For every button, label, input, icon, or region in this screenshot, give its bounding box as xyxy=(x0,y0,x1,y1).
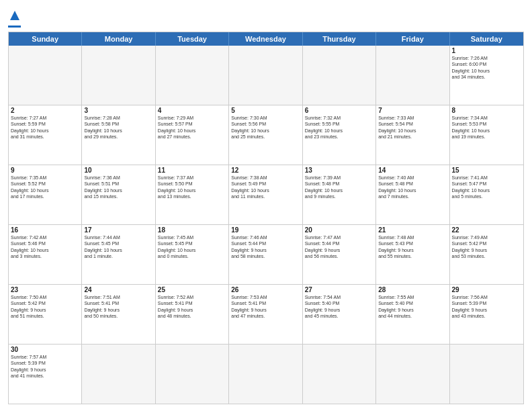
day-number: 27 xyxy=(305,286,373,293)
day-cell-28: 28Sunrise: 7:55 AM Sunset: 5:40 PM Dayli… xyxy=(376,285,449,344)
header-cell-wednesday: Wednesday xyxy=(229,32,302,46)
day-cell-1: 1Sunrise: 7:26 AM Sunset: 6:00 PM Daylig… xyxy=(450,46,523,105)
day-info: Sunrise: 7:32 AM Sunset: 5:55 PM Dayligh… xyxy=(305,115,373,140)
day-info: Sunrise: 7:37 AM Sunset: 5:50 PM Dayligh… xyxy=(158,175,226,200)
day-number: 9 xyxy=(11,167,79,174)
day-info: Sunrise: 7:57 AM Sunset: 5:39 PM Dayligh… xyxy=(11,354,79,379)
day-cell-2: 2Sunrise: 7:27 AM Sunset: 5:59 PM Daylig… xyxy=(9,105,82,165)
day-number: 13 xyxy=(305,167,373,174)
day-cell-17: 17Sunrise: 7:44 AM Sunset: 5:45 PM Dayli… xyxy=(82,225,155,284)
day-number: 17 xyxy=(84,226,152,234)
day-info: Sunrise: 7:29 AM Sunset: 5:57 PM Dayligh… xyxy=(158,115,226,140)
day-cell-25: 25Sunrise: 7:52 AM Sunset: 5:41 PM Dayli… xyxy=(156,285,229,344)
empty-cell xyxy=(376,46,449,105)
day-info: Sunrise: 7:26 AM Sunset: 6:00 PM Dayligh… xyxy=(452,55,521,81)
day-info: Sunrise: 7:34 AM Sunset: 5:53 PM Dayligh… xyxy=(452,115,521,140)
day-number: 20 xyxy=(305,226,373,234)
day-info: Sunrise: 7:53 AM Sunset: 5:41 PM Dayligh… xyxy=(231,294,300,320)
day-info: Sunrise: 7:44 AM Sunset: 5:45 PM Dayligh… xyxy=(84,234,152,260)
day-cell-29: 29Sunrise: 7:56 AM Sunset: 5:39 PM Dayli… xyxy=(450,285,523,344)
day-cell-23: 23Sunrise: 7:50 AM Sunset: 5:42 PM Dayli… xyxy=(9,285,82,344)
day-number: 16 xyxy=(11,226,79,234)
day-info: Sunrise: 7:30 AM Sunset: 5:56 PM Dayligh… xyxy=(231,115,300,140)
day-number: 18 xyxy=(158,226,226,234)
calendar-row-1: 2Sunrise: 7:27 AM Sunset: 5:59 PM Daylig… xyxy=(9,105,523,165)
day-number: 7 xyxy=(378,107,447,114)
empty-cell xyxy=(9,46,82,105)
calendar-row-4: 23Sunrise: 7:50 AM Sunset: 5:42 PM Dayli… xyxy=(9,284,523,344)
empty-cell xyxy=(82,345,155,404)
day-cell-3: 3Sunrise: 7:28 AM Sunset: 5:58 PM Daylig… xyxy=(82,105,155,165)
empty-cell xyxy=(229,345,302,404)
day-info: Sunrise: 7:27 AM Sunset: 5:59 PM Dayligh… xyxy=(11,115,79,140)
header-cell-thursday: Thursday xyxy=(303,32,376,46)
calendar-row-0: 1Sunrise: 7:26 AM Sunset: 6:00 PM Daylig… xyxy=(9,46,523,105)
day-cell-21: 21Sunrise: 7:48 AM Sunset: 5:43 PM Dayli… xyxy=(376,225,449,284)
day-number: 23 xyxy=(11,286,79,293)
day-cell-4: 4Sunrise: 7:29 AM Sunset: 5:57 PM Daylig… xyxy=(156,105,229,165)
day-number: 30 xyxy=(11,346,79,353)
day-info: Sunrise: 7:55 AM Sunset: 5:40 PM Dayligh… xyxy=(378,294,447,320)
day-number: 8 xyxy=(452,107,521,114)
day-number: 2 xyxy=(11,107,79,114)
day-number: 28 xyxy=(378,286,447,293)
day-info: Sunrise: 7:56 AM Sunset: 5:39 PM Dayligh… xyxy=(452,294,521,320)
header-cell-monday: Monday xyxy=(82,32,155,46)
day-number: 14 xyxy=(378,167,447,174)
day-cell-16: 16Sunrise: 7:42 AM Sunset: 5:46 PM Dayli… xyxy=(9,225,82,284)
day-info: Sunrise: 7:54 AM Sunset: 5:40 PM Dayligh… xyxy=(305,294,373,320)
day-info: Sunrise: 7:35 AM Sunset: 5:52 PM Dayligh… xyxy=(11,175,79,200)
day-cell-13: 13Sunrise: 7:39 AM Sunset: 5:48 PM Dayli… xyxy=(303,165,376,224)
empty-cell xyxy=(376,345,449,404)
header xyxy=(8,7,524,28)
day-info: Sunrise: 7:50 AM Sunset: 5:42 PM Dayligh… xyxy=(11,294,79,320)
header-cell-sunday: Sunday xyxy=(9,32,82,46)
svg-marker-0 xyxy=(10,11,19,20)
calendar-header-row: SundayMondayTuesdayWednesdayThursdayFrid… xyxy=(9,32,523,46)
day-number: 25 xyxy=(158,286,226,293)
day-info: Sunrise: 7:49 AM Sunset: 5:42 PM Dayligh… xyxy=(452,234,521,260)
header-cell-saturday: Saturday xyxy=(450,32,523,46)
day-cell-14: 14Sunrise: 7:40 AM Sunset: 5:48 PM Dayli… xyxy=(376,165,449,224)
empty-cell xyxy=(229,46,302,105)
calendar-row-2: 9Sunrise: 7:35 AM Sunset: 5:52 PM Daylig… xyxy=(9,165,523,224)
day-info: Sunrise: 7:42 AM Sunset: 5:46 PM Dayligh… xyxy=(11,234,79,260)
day-cell-27: 27Sunrise: 7:54 AM Sunset: 5:40 PM Dayli… xyxy=(303,285,376,344)
day-cell-19: 19Sunrise: 7:46 AM Sunset: 5:44 PM Dayli… xyxy=(229,225,302,284)
calendar: SundayMondayTuesdayWednesdayThursdayFrid… xyxy=(8,32,524,404)
logo-triangle-icon xyxy=(10,9,19,24)
empty-cell xyxy=(303,345,376,404)
day-cell-9: 9Sunrise: 7:35 AM Sunset: 5:52 PM Daylig… xyxy=(9,165,82,224)
day-cell-18: 18Sunrise: 7:45 AM Sunset: 5:45 PM Dayli… xyxy=(156,225,229,284)
day-number: 4 xyxy=(158,107,226,114)
day-cell-12: 12Sunrise: 7:38 AM Sunset: 5:49 PM Dayli… xyxy=(229,165,302,224)
day-number: 3 xyxy=(84,107,152,114)
header-cell-tuesday: Tuesday xyxy=(156,32,229,46)
day-cell-6: 6Sunrise: 7:32 AM Sunset: 5:55 PM Daylig… xyxy=(303,105,376,165)
day-number: 24 xyxy=(84,286,152,293)
day-info: Sunrise: 7:40 AM Sunset: 5:48 PM Dayligh… xyxy=(378,175,447,200)
day-info: Sunrise: 7:46 AM Sunset: 5:44 PM Dayligh… xyxy=(231,234,300,260)
day-number: 21 xyxy=(378,226,447,234)
day-info: Sunrise: 7:33 AM Sunset: 5:54 PM Dayligh… xyxy=(378,115,447,140)
empty-cell xyxy=(450,345,523,404)
calendar-body: 1Sunrise: 7:26 AM Sunset: 6:00 PM Daylig… xyxy=(9,46,523,404)
day-info: Sunrise: 7:28 AM Sunset: 5:58 PM Dayligh… xyxy=(84,115,152,140)
day-info: Sunrise: 7:45 AM Sunset: 5:45 PM Dayligh… xyxy=(158,234,226,260)
day-cell-15: 15Sunrise: 7:41 AM Sunset: 5:47 PM Dayli… xyxy=(450,165,523,224)
day-number: 22 xyxy=(452,226,521,234)
day-info: Sunrise: 7:47 AM Sunset: 5:44 PM Dayligh… xyxy=(305,234,373,260)
header-cell-friday: Friday xyxy=(376,32,449,46)
day-info: Sunrise: 7:39 AM Sunset: 5:48 PM Dayligh… xyxy=(305,175,373,200)
day-number: 5 xyxy=(231,107,300,114)
day-cell-26: 26Sunrise: 7:53 AM Sunset: 5:41 PM Dayli… xyxy=(229,285,302,344)
day-number: 11 xyxy=(158,167,226,174)
day-number: 6 xyxy=(305,107,373,114)
day-cell-11: 11Sunrise: 7:37 AM Sunset: 5:50 PM Dayli… xyxy=(156,165,229,224)
logo-text xyxy=(8,9,21,25)
day-number: 15 xyxy=(452,167,521,174)
calendar-row-5: 30Sunrise: 7:57 AM Sunset: 5:39 PM Dayli… xyxy=(9,344,523,404)
day-info: Sunrise: 7:48 AM Sunset: 5:43 PM Dayligh… xyxy=(378,234,447,260)
day-cell-30: 30Sunrise: 7:57 AM Sunset: 5:39 PM Dayli… xyxy=(9,345,82,404)
day-number: 1 xyxy=(452,47,521,54)
